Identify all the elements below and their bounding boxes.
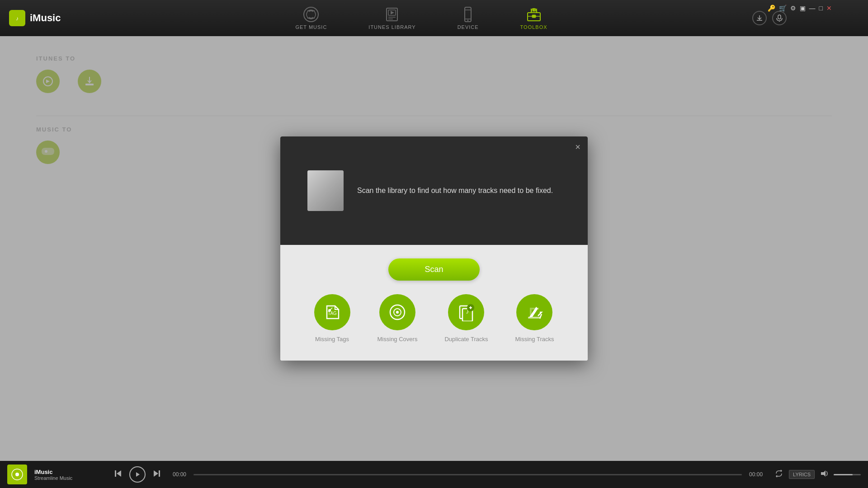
player-bar: ♪ iMusic Streamline Music 00:00 [0,461,868,488]
modal-bottom-section: Scan TAG [280,245,588,361]
nav-tabs: GET MUSIC ITUNES LIBRARY [90,3,752,33]
svg-marker-45 [154,470,158,477]
player-track-info: iMusic Streamline Music [34,469,107,481]
player-time-elapsed: 00:00 [168,471,186,478]
player-controls [114,466,161,483]
app-name: iMusic [30,12,61,24]
svg-rect-46 [159,470,160,477]
missing-tags-label: Missing Tags [315,336,349,343]
svg-marker-44 [136,472,140,477]
modal-description: Scan the library to find out how many tr… [357,185,553,197]
scan-items-row: TAG Missing Tags [314,294,554,343]
svg-text:TBX: TBX [531,9,537,12]
logo-icon: ♪ [9,10,25,26]
tab-device[interactable]: DEVICE [450,3,486,33]
volume-slider[interactable] [834,474,861,475]
missing-covers-icon [379,294,415,330]
tab-itunes-library[interactable]: ITUNES LIBRARY [361,3,423,33]
cart-icon: 🛒 [779,5,787,12]
svg-marker-47 [821,470,826,477]
scan-item-duplicate-tracks: ♪ Duplicate Tracks [444,294,488,343]
svg-rect-43 [115,470,116,477]
minimize-icon[interactable]: — [809,5,816,12]
player-album-art: ♪ [7,465,27,484]
svg-point-14 [467,20,469,21]
system-tray: 🔑 🛒 ⚙ ▣ — □ ✕ [768,5,832,12]
key-icon: 🔑 [768,5,775,12]
player-track-subtitle: Streamline Music [34,475,107,481]
svg-point-2 [304,7,318,22]
scan-modal: × ♪ Sc [280,136,588,361]
scan-item-missing-tracks: Missing Tracks [515,294,554,343]
itunes-library-label: ITUNES LIBRARY [368,24,415,30]
svg-marker-10 [391,11,394,14]
missing-tags-icon: TAG [314,294,350,330]
scan-item-missing-tags: TAG Missing Tags [314,294,350,343]
modal-close-button[interactable]: × [575,142,580,152]
toolbox-label: TOOLBOX [520,24,547,30]
modal-overlay: × ♪ Sc [0,36,868,461]
download-button[interactable] [752,11,767,25]
player-track-title: iMusic [34,469,107,475]
prev-button[interactable] [114,469,122,480]
device-icon [460,6,476,23]
missing-tracks-label: Missing Tracks [515,336,554,343]
tab-get-music[interactable]: GET MUSIC [288,3,334,33]
maximize-icon[interactable]: □ [819,5,823,12]
top-navigation-bar: 🔑 🛒 ⚙ ▣ — □ ✕ ♪ iMusic [0,0,868,36]
lyrics-button[interactable]: LYRICS [789,470,815,479]
play-pause-button[interactable] [129,466,146,483]
scan-item-missing-covers: Missing Covers [377,294,418,343]
duplicate-tracks-icon: ♪ [448,294,484,330]
svg-text:TAG: TAG [328,311,337,316]
toolbox-icon: TBX [526,6,542,23]
get-music-icon [303,6,319,23]
microphone-button[interactable] [772,11,787,25]
missing-covers-label: Missing Covers [377,336,418,343]
settings-icon[interactable]: ⚙ [790,5,796,12]
repeat-button[interactable] [774,469,783,480]
svg-rect-19 [778,15,781,19]
modal-top-section: ♪ Scan the library to find out how many … [280,136,588,245]
svg-text:♪: ♪ [321,181,330,199]
device-label: DEVICE [458,24,479,30]
svg-point-31 [396,311,399,314]
svg-rect-38 [528,317,541,319]
svg-line-27 [330,308,332,310]
duplicate-tracks-label: Duplicate Tracks [444,336,488,343]
itunes-library-icon [384,6,400,23]
close-window-icon[interactable]: ✕ [826,5,832,12]
modal-music-icon: ♪ [307,170,344,211]
svg-text:♪: ♪ [16,15,19,22]
progress-bar[interactable] [193,474,742,475]
get-music-label: GET MUSIC [295,24,327,30]
volume-icon [820,469,828,479]
svg-rect-17 [532,15,536,18]
app-logo: ♪ iMusic [0,10,90,26]
scan-button[interactable]: Scan [388,258,479,281]
player-time-total: 00:00 [749,471,767,478]
svg-marker-42 [117,470,121,477]
tab-toolbox[interactable]: TBX TOOLBOX [513,3,555,33]
svg-rect-24 [312,175,339,206]
next-button[interactable] [153,469,161,480]
main-content: ITUNES TO [0,36,868,461]
toggle-icon[interactable]: ▣ [800,5,806,12]
missing-tracks-icon [516,294,552,330]
player-right-controls: LYRICS [774,469,861,480]
svg-rect-11 [465,7,471,22]
svg-text:♪: ♪ [16,469,18,474]
